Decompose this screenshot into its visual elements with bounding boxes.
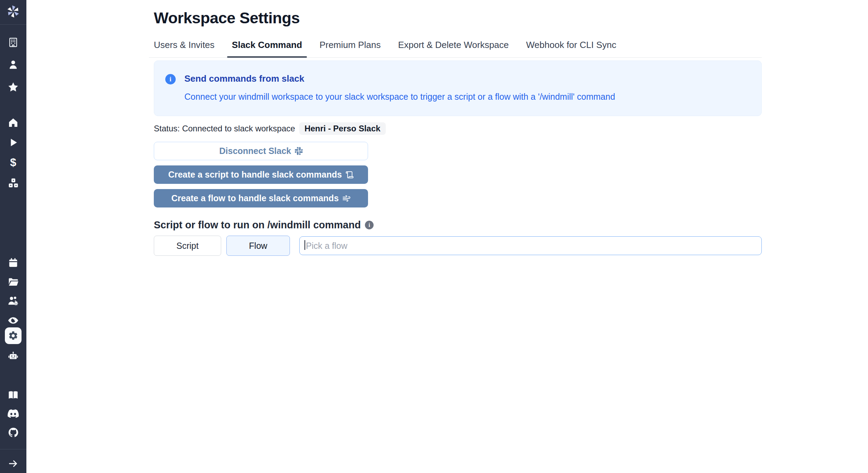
user-icon[interactable] bbox=[0, 59, 26, 70]
info-icon: i bbox=[165, 74, 176, 84]
info-icon[interactable]: i bbox=[365, 221, 374, 229]
users-gear-icon[interactable] bbox=[0, 295, 26, 307]
star-icon[interactable] bbox=[0, 81, 26, 93]
active-settings-tile bbox=[5, 327, 22, 344]
discord-icon[interactable] bbox=[0, 408, 26, 419]
scroll-icon bbox=[345, 171, 354, 179]
eye-icon[interactable] bbox=[0, 315, 26, 326]
status-label: Status: Connected to slack workspace bbox=[154, 124, 295, 133]
script-toggle-button[interactable]: Script bbox=[154, 236, 221, 256]
info-banner-title: Send commands from slack bbox=[184, 73, 615, 84]
create-script-button[interactable]: Create a script to handle slack commands bbox=[154, 165, 368, 184]
create-flow-label: Create a flow to handle slack commands bbox=[171, 193, 339, 203]
sidebar: $ bbox=[0, 0, 26, 473]
tab-users-invites[interactable]: Users & Invites bbox=[149, 38, 219, 57]
building-icon[interactable] bbox=[0, 37, 26, 48]
info-banner-link[interactable]: Connect your windmill workspace to your … bbox=[184, 92, 615, 102]
play-icon[interactable] bbox=[0, 137, 26, 148]
sidebar-divider bbox=[0, 449, 26, 449]
create-script-label: Create a script to handle slack commands bbox=[168, 170, 342, 180]
sidebar-divider bbox=[0, 24, 26, 25]
disconnect-slack-button[interactable]: Disconnect Slack bbox=[154, 142, 368, 160]
info-banner: i Send commands from slack Connect your … bbox=[154, 60, 762, 116]
tab-slack-command[interactable]: Slack Command bbox=[227, 38, 307, 57]
github-icon[interactable] bbox=[0, 427, 26, 438]
page-title: Workspace Settings bbox=[154, 9, 762, 27]
settings-tabs: Users & Invites Slack Command Premium Pl… bbox=[149, 38, 762, 58]
flow-picker-input[interactable] bbox=[299, 236, 762, 255]
slack-icon bbox=[295, 147, 303, 155]
robot-icon[interactable] bbox=[0, 350, 26, 361]
windmill-logo[interactable] bbox=[0, 4, 26, 19]
boxes-icon[interactable] bbox=[0, 177, 26, 189]
create-flow-button[interactable]: Create a flow to handle slack commands bbox=[154, 189, 368, 207]
calendar-icon[interactable] bbox=[0, 257, 26, 268]
tab-webhook-cli-sync[interactable]: Webhook for CLI Sync bbox=[521, 38, 621, 57]
command-section-heading: Script or flow to run on /windmill comma… bbox=[154, 219, 361, 231]
gear-icon bbox=[8, 331, 18, 341]
tab-premium-plans[interactable]: Premium Plans bbox=[315, 38, 385, 57]
flow-toggle-button[interactable]: Flow bbox=[226, 236, 290, 256]
text-caret bbox=[304, 240, 305, 250]
slack-workspace-badge: Henri - Perso Slack bbox=[299, 122, 386, 135]
book-open-icon[interactable] bbox=[0, 389, 26, 401]
wind-icon bbox=[342, 194, 351, 203]
folder-open-icon[interactable] bbox=[0, 276, 26, 288]
disconnect-slack-label: Disconnect Slack bbox=[219, 146, 291, 156]
sidebar-item-settings[interactable] bbox=[0, 327, 26, 344]
dollar-glyph: $ bbox=[10, 157, 16, 168]
arrow-right-icon[interactable] bbox=[0, 458, 26, 469]
main-panel: Workspace Settings Users & Invites Slack… bbox=[26, 0, 868, 473]
tab-export-delete-workspace[interactable]: Export & Delete Workspace bbox=[393, 38, 514, 57]
dollar-icon[interactable]: $ bbox=[0, 157, 26, 168]
home-icon[interactable] bbox=[0, 117, 26, 128]
